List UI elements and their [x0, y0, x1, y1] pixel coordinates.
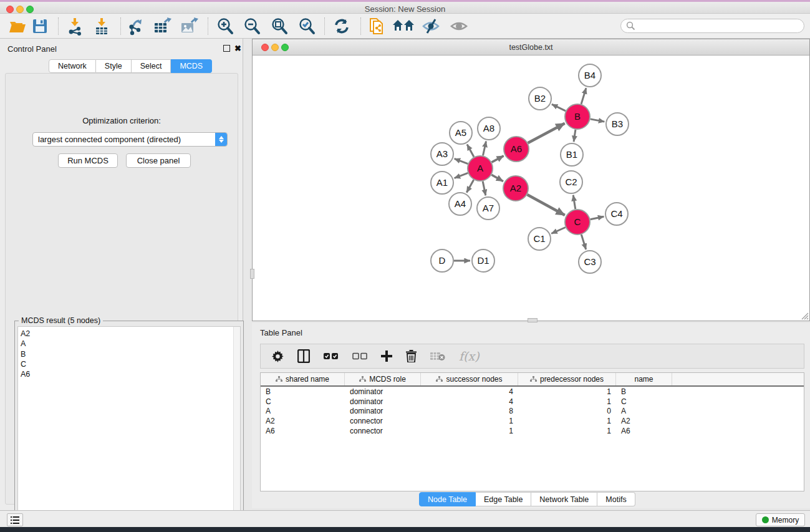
delete-table-button[interactable] [430, 351, 445, 361]
graph-node-A[interactable]: A [468, 156, 493, 181]
criterion-dropdown[interactable]: largest connected component (directed) [32, 132, 228, 147]
edge-B-B4[interactable] [581, 88, 586, 104]
graph-node-A2[interactable]: A2 [503, 176, 528, 201]
edge-C-C1[interactable] [551, 227, 566, 233]
table-row[interactable]: Bdominator41B [261, 387, 804, 397]
mcds-result-list[interactable]: A2ABCA6 [17, 326, 241, 530]
show-columns-button[interactable] [297, 349, 310, 363]
graph-node-B2[interactable]: B2 [529, 87, 551, 110]
mcds-result-item[interactable]: A6 [21, 369, 240, 379]
graph-node-B1[interactable]: B1 [561, 143, 583, 166]
edge-A-A4[interactable] [466, 180, 473, 192]
mcds-result-item[interactable]: A2 [21, 329, 240, 339]
function-builder-button[interactable]: f(x) [459, 349, 480, 363]
edge-C-C2[interactable] [573, 195, 576, 210]
column-header-MCDS-role[interactable]: MCDS role [345, 373, 421, 385]
network-window-titlebar[interactable]: testGlobe.txt [253, 39, 809, 56]
search-input[interactable] [635, 22, 791, 31]
node-table[interactable]: shared nameMCDS rolesuccessor nodesprede… [260, 372, 804, 491]
copy-network-button[interactable] [365, 15, 389, 37]
graph-node-A5[interactable]: A5 [450, 122, 472, 144]
graph-node-A3[interactable]: A3 [431, 143, 453, 165]
graph-node-B4[interactable]: B4 [579, 64, 601, 87]
edge-B-B1[interactable] [574, 130, 576, 142]
delete-row-button[interactable] [406, 350, 417, 362]
run-mcds-button[interactable]: Run MCDS [58, 153, 118, 168]
column-header-name[interactable]: name [616, 373, 672, 385]
column-header-shared-name[interactable]: shared name [261, 373, 345, 385]
graph-node-B3[interactable]: B3 [606, 113, 629, 135]
import-network-button[interactable] [63, 15, 87, 37]
task-history-button[interactable] [7, 513, 23, 526]
graph-node-A1[interactable]: A1 [431, 172, 453, 194]
tab-edge-table[interactable]: Edge Table [476, 492, 531, 506]
edge-A-A2[interactable] [491, 175, 503, 181]
home-button[interactable] [392, 15, 415, 37]
memory-button[interactable]: Memory [756, 513, 805, 526]
column-header-successor-nodes[interactable]: successor nodes [421, 373, 518, 385]
tab-style[interactable]: Style [96, 59, 132, 73]
tab-network-table[interactable]: Network Table [531, 492, 597, 506]
graph-node-D[interactable]: D [431, 249, 453, 272]
deselect-all-button[interactable] [352, 352, 367, 360]
edge-A-A6[interactable] [492, 156, 504, 162]
zoom-fit-button[interactable] [268, 15, 291, 37]
tab-mcds[interactable]: MCDS [171, 59, 212, 73]
show-graphics-button[interactable] [447, 15, 471, 37]
float-panel-icon[interactable] [223, 45, 230, 52]
zoom-in-button[interactable] [213, 15, 237, 37]
edge-A-A8[interactable] [483, 142, 486, 156]
import-table-button[interactable] [90, 15, 113, 37]
table-row[interactable]: Cdominator41C [261, 397, 804, 407]
table-row[interactable]: Adominator80A [261, 407, 804, 417]
table-settings-button[interactable] [272, 351, 284, 362]
tab-node-table[interactable]: Node Table [419, 492, 476, 506]
edge-A-A7[interactable] [483, 181, 486, 196]
mcds-result-item[interactable]: B [21, 349, 240, 359]
export-network-button[interactable] [124, 15, 148, 37]
export-image-button[interactable] [177, 15, 201, 37]
export-table-button[interactable] [150, 15, 174, 37]
graph-node-A8[interactable]: A8 [478, 117, 500, 140]
edge-A-A5[interactable] [467, 144, 474, 157]
column-header-predecessor-nodes[interactable]: predecessor nodes [518, 373, 616, 385]
save-session-button[interactable] [28, 15, 52, 37]
graph-node-D1[interactable]: D1 [472, 249, 494, 272]
hide-graphics-button[interactable] [419, 15, 443, 37]
table-row[interactable]: A2connector11A2 [261, 416, 804, 426]
canvas-grip-left[interactable] [250, 269, 254, 279]
graph-node-A6[interactable]: A6 [504, 137, 529, 162]
mcds-result-scrollbar[interactable] [233, 327, 240, 530]
edge-A6-B[interactable] [528, 123, 565, 143]
mcds-result-item[interactable]: C [21, 359, 240, 369]
network-graph-canvas[interactable]: AA1A2A3A4A5A6A7A8BB1B2B3B4CC1C2C3C4DD1 [253, 56, 809, 321]
canvas-grip-bottom[interactable] [528, 318, 538, 322]
edge-A2-C[interactable] [527, 195, 564, 215]
add-row-button[interactable] [381, 351, 392, 362]
window-resize-handle[interactable] [800, 311, 809, 320]
close-panel-icon[interactable]: ✖ [234, 45, 241, 52]
tab-motifs[interactable]: Motifs [597, 492, 635, 506]
edge-A-A3[interactable] [455, 158, 468, 163]
tab-network[interactable]: Network [49, 59, 96, 73]
open-session-button[interactable] [6, 15, 29, 37]
edge-C-C4[interactable] [591, 216, 604, 220]
graph-node-C3[interactable]: C3 [579, 251, 601, 273]
edge-B-B2[interactable] [552, 104, 566, 111]
graph-node-C[interactable]: C [565, 210, 590, 235]
tab-select[interactable]: Select [132, 59, 171, 73]
graph-node-C2[interactable]: C2 [560, 171, 582, 193]
refresh-button[interactable] [330, 15, 354, 37]
zoom-out-button[interactable] [240, 15, 264, 37]
select-all-button[interactable] [324, 352, 339, 360]
edge-B-B3[interactable] [591, 119, 605, 122]
edge-C-C3[interactable] [581, 235, 586, 249]
graph-node-A7[interactable]: A7 [477, 197, 499, 220]
mcds-result-item[interactable]: A [21, 339, 240, 349]
close-panel-button[interactable]: Close panel [126, 153, 191, 168]
zoom-selected-button[interactable] [295, 15, 319, 37]
graph-node-C4[interactable]: C4 [605, 203, 628, 225]
graph-node-C1[interactable]: C1 [528, 228, 551, 250]
edge-A-A1[interactable] [455, 173, 468, 178]
graph-node-A4[interactable]: A4 [449, 193, 471, 215]
